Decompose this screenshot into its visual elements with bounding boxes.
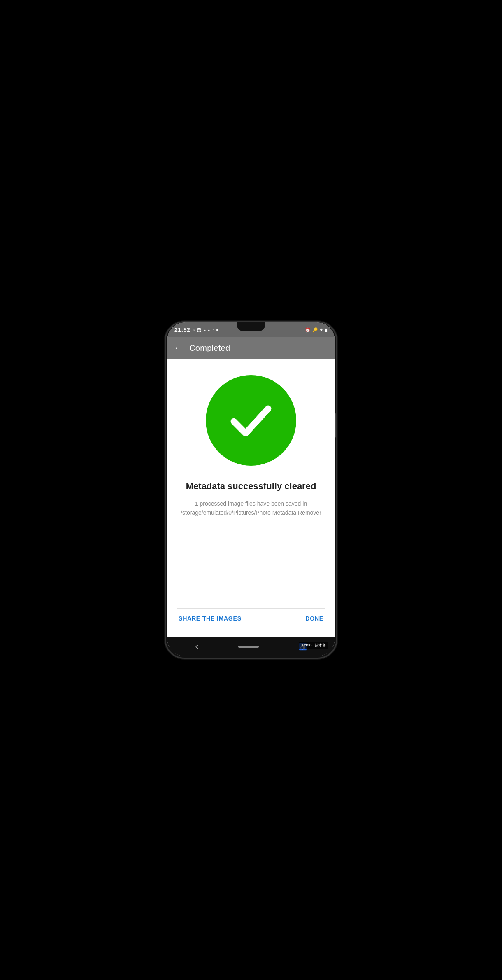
status-time: 21:52	[174, 327, 190, 333]
nav-back-icon[interactable]: ‹	[195, 641, 198, 652]
checkmark-icon	[224, 394, 278, 447]
nav-home-pill[interactable]	[238, 646, 259, 648]
image-icon: 🖼	[197, 327, 201, 332]
nav-bar: ‹ ♿	[167, 637, 335, 656]
wifi-icon: ▲▲	[203, 328, 211, 332]
main-content: Metadata successfully cleared 1 processe…	[167, 359, 335, 637]
phone-notch	[237, 322, 265, 331]
phone-screen: 21:52 ♪ 🖼 ▲▲ ↕ ⏰ 🔑 ✈ ▮	[167, 322, 335, 656]
success-title: Metadata successfully cleared	[186, 481, 316, 492]
airplane-icon: ✈	[320, 327, 323, 333]
success-description: 1 processed image files have been saved …	[177, 499, 325, 518]
success-circle	[206, 375, 296, 466]
power-button	[335, 413, 336, 438]
share-images-button[interactable]: SHARE THE IMAGES	[177, 612, 243, 625]
status-bar-left: 21:52 ♪ 🖼 ▲▲ ↕	[174, 327, 218, 333]
phone-device: 21:52 ♪ 🖼 ▲▲ ↕ ⏰ 🔑 ✈ ▮	[165, 321, 337, 659]
app-bar: ← Completed	[167, 337, 335, 359]
key-icon: 🔑	[312, 327, 318, 333]
status-icons-left: ♪ 🖼 ▲▲ ↕	[193, 327, 218, 332]
action-buttons: SHARE THE IMAGES DONE	[177, 608, 325, 628]
nav-accessibility-icon[interactable]: ♿	[299, 643, 307, 651]
status-icons-right: ⏰ 🔑 ✈ ▮	[305, 327, 328, 333]
data-icon: ↕	[213, 327, 215, 332]
phone-inner: 21:52 ♪ 🖼 ▲▲ ↕ ⏰ 🔑 ✈ ▮	[166, 322, 336, 658]
dot-indicator	[216, 329, 218, 331]
alarm-icon: ⏰	[305, 327, 311, 333]
page-title: Completed	[189, 343, 230, 353]
battery-icon: ▮	[325, 327, 328, 333]
done-button[interactable]: DONE	[304, 612, 325, 625]
spotify-icon: ♪	[193, 327, 195, 332]
back-button[interactable]: ←	[174, 343, 183, 352]
